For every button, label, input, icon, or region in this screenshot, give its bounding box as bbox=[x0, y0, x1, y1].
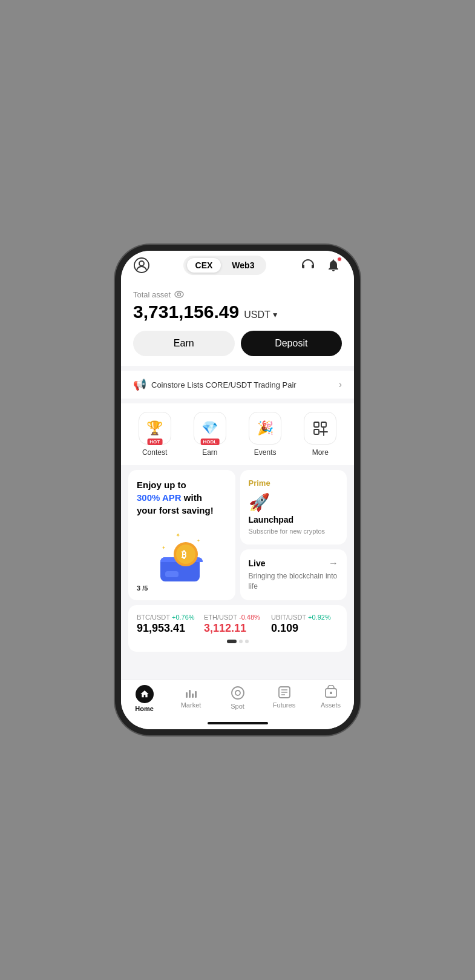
quick-icon-events[interactable]: 🎉 Events bbox=[244, 412, 286, 457]
futures-icon bbox=[277, 685, 292, 700]
spot-label: Spot bbox=[231, 703, 244, 710]
more-icon-box bbox=[304, 412, 336, 445]
promo-line2: with bbox=[184, 492, 202, 503]
ubit-ticker[interactable]: UBIT/USDT +0.92% 0.109 bbox=[271, 614, 338, 635]
cards-section: Enjoy up to 300% APR with your forst sav… bbox=[121, 470, 354, 600]
svg-text:✦: ✦ bbox=[197, 538, 200, 543]
pagination: 3 /5 bbox=[137, 584, 227, 592]
market-ticker: BTC/USDT +0.76% 91,953.41 ETH/USDT -0.48… bbox=[128, 605, 347, 652]
live-title: Live bbox=[249, 558, 266, 568]
promo-line1: Enjoy up to bbox=[137, 480, 186, 490]
live-desc: Bringing the blockchain into life bbox=[249, 571, 339, 592]
ubit-price: 0.109 bbox=[271, 622, 338, 635]
hot-badge: HOT bbox=[147, 439, 162, 445]
ticker-row: BTC/USDT +0.76% 91,953.41 ETH/USDT -0.48… bbox=[137, 614, 338, 635]
launchpad-subtitle: Subscribe for new cryptos bbox=[249, 527, 339, 536]
wallet-svg: ✦ ✦ ✦ ₿ bbox=[154, 530, 209, 584]
nav-home[interactable]: Home bbox=[121, 685, 168, 712]
svg-rect-19 bbox=[192, 694, 194, 698]
promo-card[interactable]: Enjoy up to 300% APR with your forst sav… bbox=[128, 470, 235, 600]
prime-label: Prime bbox=[249, 478, 339, 488]
nav-spot[interactable]: Spot bbox=[214, 685, 261, 712]
home-label: Home bbox=[135, 705, 154, 712]
web3-tab[interactable]: Web3 bbox=[223, 258, 263, 273]
quick-icon-contest[interactable]: 🏆 HOT Contest bbox=[134, 412, 176, 457]
btc-ticker[interactable]: BTC/USDT +0.76% 91,953.41 bbox=[137, 614, 204, 635]
svg-rect-18 bbox=[189, 690, 191, 698]
nav-futures[interactable]: Futures bbox=[261, 685, 307, 712]
events-icon: 🎉 bbox=[257, 420, 274, 436]
nav-market[interactable]: Market bbox=[168, 685, 214, 712]
notification-icon[interactable] bbox=[325, 257, 342, 274]
assets-label: Assets bbox=[321, 701, 341, 709]
svg-rect-13 bbox=[165, 571, 179, 577]
asset-amount: 3,731,156.49 USDT ▼ bbox=[133, 302, 342, 322]
dot-1 bbox=[227, 640, 237, 643]
main-content: Total asset 3,731,156.49 USDT ▼ Earn Dep… bbox=[121, 282, 354, 680]
chevron-right-icon: › bbox=[339, 379, 342, 390]
dot-3 bbox=[245, 640, 249, 643]
more-label: More bbox=[312, 448, 329, 457]
wallet-illustration: ✦ ✦ ✦ ₿ bbox=[137, 523, 227, 584]
nav-assets[interactable]: Assets bbox=[307, 685, 354, 712]
svg-rect-6 bbox=[314, 429, 319, 434]
svg-point-3 bbox=[178, 293, 181, 296]
contest-icon-box: 🏆 HOT bbox=[139, 412, 171, 445]
earn-label: Earn bbox=[202, 448, 217, 457]
announcement-bar[interactable]: 📢 Coinstore Lists CORE/USDT Trading Pair… bbox=[121, 371, 354, 399]
svg-point-1 bbox=[139, 261, 144, 266]
support-icon[interactable] bbox=[300, 257, 316, 274]
home-icon bbox=[136, 685, 154, 703]
rocket-icon: 🚀 bbox=[249, 492, 339, 512]
live-arrow-icon: → bbox=[329, 558, 338, 569]
header: CEX Web3 bbox=[121, 251, 354, 282]
eye-icon[interactable] bbox=[174, 290, 184, 299]
market-icon bbox=[184, 685, 198, 700]
svg-rect-4 bbox=[314, 422, 319, 427]
svg-point-21 bbox=[232, 687, 244, 699]
quick-icon-more[interactable]: More bbox=[299, 412, 341, 457]
grid-plus-icon bbox=[312, 420, 329, 437]
earn-button[interactable]: Earn bbox=[133, 331, 235, 356]
launchpad-title: Launchpad bbox=[249, 515, 339, 525]
home-bar bbox=[121, 722, 354, 729]
spot-icon bbox=[230, 685, 246, 701]
svg-rect-17 bbox=[186, 692, 188, 698]
futures-label: Futures bbox=[273, 701, 295, 709]
quick-icons: 🏆 HOT Contest 💎 HODL Earn 🎉 Events bbox=[121, 403, 354, 465]
market-label: Market bbox=[181, 701, 201, 709]
contest-label: Contest bbox=[142, 448, 167, 457]
trophy-icon: 🏆 bbox=[146, 420, 163, 436]
announcement-text: Coinstore Lists CORE/USDT Trading Pair bbox=[151, 380, 296, 389]
deposit-button[interactable]: Deposit bbox=[241, 331, 342, 356]
asset-currency[interactable]: USDT ▼ bbox=[244, 310, 278, 320]
dot-2 bbox=[239, 640, 243, 643]
svg-point-2 bbox=[175, 291, 183, 297]
svg-rect-5 bbox=[321, 422, 326, 427]
svg-text:₿: ₿ bbox=[182, 549, 186, 560]
svg-text:✦: ✦ bbox=[175, 532, 180, 538]
svg-text:✦: ✦ bbox=[162, 545, 166, 551]
btc-price: 91,953.41 bbox=[137, 622, 204, 635]
asset-label: Total asset bbox=[133, 290, 342, 299]
hodl-icon: 💎 bbox=[201, 420, 218, 436]
promo-line3: your forst saving! bbox=[137, 505, 214, 515]
bottom-nav: Home Market Spot Fut bbox=[121, 680, 354, 722]
cex-tab[interactable]: CEX bbox=[187, 258, 221, 273]
events-label: Events bbox=[254, 448, 277, 457]
ticker-pagination-dots bbox=[137, 640, 338, 643]
quick-icon-earn[interactable]: 💎 HODL Earn bbox=[189, 412, 231, 457]
eth-price: 3,112.11 bbox=[204, 622, 271, 635]
exchange-toggle[interactable]: CEX Web3 bbox=[183, 256, 267, 275]
svg-rect-20 bbox=[195, 691, 197, 698]
launchpad-card[interactable]: Prime 🚀 Launchpad Subscribe for new cryp… bbox=[240, 470, 347, 545]
profile-icon[interactable] bbox=[133, 257, 150, 274]
svg-point-22 bbox=[235, 690, 240, 695]
home-indicator bbox=[208, 722, 268, 724]
notification-badge bbox=[337, 257, 342, 262]
earn-icon-box: 💎 HODL bbox=[194, 412, 226, 445]
live-card[interactable]: Live → Bringing the blockchain into life bbox=[240, 549, 347, 600]
eth-ticker[interactable]: ETH/USDT -0.48% 3,112.11 bbox=[204, 614, 271, 635]
megaphone-icon: 📢 bbox=[133, 378, 146, 391]
promo-highlight: 300% APR bbox=[137, 492, 182, 503]
